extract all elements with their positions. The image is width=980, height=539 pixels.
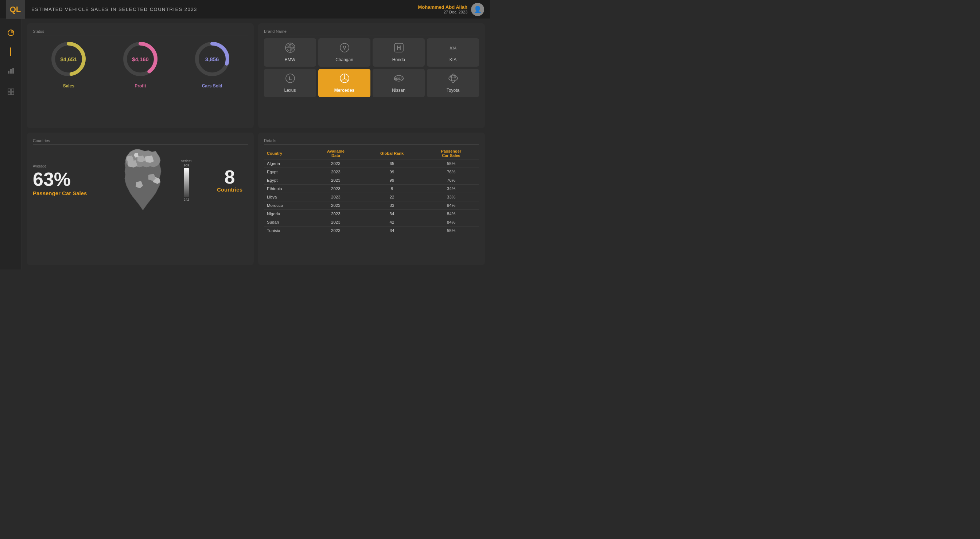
table-row: Algeria 2023 65 55% bbox=[264, 159, 479, 168]
legend-series: Series1 bbox=[181, 159, 192, 163]
brand-mercedes-name: Mercedes bbox=[334, 88, 355, 93]
brand-nissan-name: Nissan bbox=[392, 88, 406, 93]
cell-available-data: 2023 bbox=[311, 226, 361, 235]
passenger-value: 63% bbox=[33, 170, 87, 189]
cell-available-data: 2023 bbox=[311, 201, 361, 209]
table-row: Tunisia 2023 34 55% bbox=[264, 226, 479, 235]
sidebar-item-pie[interactable] bbox=[5, 26, 18, 39]
countries-count-label: Countries bbox=[217, 187, 242, 193]
profit-value: $4,160 bbox=[132, 56, 149, 62]
cell-available-data: 2023 bbox=[311, 209, 361, 218]
col-passenger-car-sales: PassengerCar Sales bbox=[423, 147, 479, 160]
brand-lexus[interactable]: L Lexus bbox=[264, 69, 316, 97]
cell-global-rank: 22 bbox=[361, 193, 423, 201]
details-label: Details bbox=[264, 138, 479, 144]
table-row: Libya 2023 22 33% bbox=[264, 193, 479, 201]
changan-icon: V bbox=[339, 43, 350, 55]
logo-box: QL bbox=[6, 0, 25, 19]
svg-rect-4 bbox=[8, 89, 11, 91]
user-date: 27 Dec. 2023 bbox=[418, 10, 468, 14]
user-name: Mohammed Abd Allah bbox=[418, 4, 468, 10]
cell-country: Egypt bbox=[264, 176, 311, 184]
cell-global-rank: 34 bbox=[361, 226, 423, 235]
brand-honda-name: Honda bbox=[392, 57, 405, 62]
legend-max: 909 bbox=[184, 163, 189, 167]
cell-global-rank: 42 bbox=[361, 218, 423, 226]
passenger-stat: Average 63% Passenger Car Sales bbox=[33, 164, 87, 196]
svg-line-28 bbox=[341, 78, 345, 81]
brand-kia[interactable]: KIA KIA bbox=[427, 38, 479, 67]
cell-country: Sudan bbox=[264, 218, 311, 226]
svg-rect-1 bbox=[8, 71, 10, 74]
cell-passenger-car-sales: 84% bbox=[423, 218, 479, 226]
brand-honda[interactable]: H Honda bbox=[372, 38, 425, 67]
table-row: Egypt 2023 99 76% bbox=[264, 176, 479, 184]
sidebar-item-bar[interactable] bbox=[5, 64, 18, 77]
svg-point-33 bbox=[450, 75, 456, 78]
cars-sold-metric: 3,856 Cars Sold bbox=[192, 39, 232, 89]
table-header: Country AvailableData Global Rank Passen… bbox=[264, 147, 479, 160]
status-panel: Status $4,651 Sales bbox=[27, 23, 254, 128]
profit-name: Profit bbox=[135, 83, 146, 89]
cell-passenger-car-sales: 84% bbox=[423, 201, 479, 209]
brand-nissan[interactable]: NISSAN Nissan bbox=[372, 69, 425, 97]
cars-sold-name: Cars Sold bbox=[202, 83, 223, 89]
bmw-icon bbox=[285, 43, 295, 55]
brand-toyota[interactable]: Toyota bbox=[427, 69, 479, 97]
svg-text:V: V bbox=[343, 45, 346, 51]
cell-country: Libya bbox=[264, 193, 311, 201]
details-table: Country AvailableData Global Rank Passen… bbox=[264, 147, 479, 235]
status-label: Status bbox=[33, 29, 248, 35]
table-row: Nigeria 2023 34 84% bbox=[264, 209, 479, 218]
countries-count-value: 8 bbox=[224, 168, 235, 187]
cell-available-data: 2023 bbox=[311, 168, 361, 176]
sales-value: $4,651 bbox=[60, 56, 77, 62]
page-title: ESTIMATED VEHICLE SALES IN SELECTED COUN… bbox=[31, 6, 418, 12]
grid-icon bbox=[7, 88, 14, 95]
cell-country: Morocco bbox=[264, 201, 311, 209]
svg-rect-7 bbox=[11, 92, 14, 95]
brand-bmw[interactable]: BMW bbox=[264, 38, 316, 67]
cell-global-rank: 33 bbox=[361, 201, 423, 209]
cell-country: Egypt bbox=[264, 168, 311, 176]
svg-text:NISSAN: NISSAN bbox=[394, 77, 404, 81]
brand-changan[interactable]: V Changan bbox=[318, 38, 371, 67]
details-panel: Details Country AvailableData Global Ran… bbox=[258, 133, 485, 265]
svg-rect-3 bbox=[13, 68, 14, 74]
donut-row: $4,651 Sales $4,160 Profit bbox=[33, 39, 248, 89]
cell-available-data: 2023 bbox=[311, 184, 361, 193]
cell-available-data: 2023 bbox=[311, 193, 361, 201]
legend-bar bbox=[184, 168, 189, 197]
cars-sold-value: 3,856 bbox=[205, 56, 219, 62]
cell-passenger-car-sales: 76% bbox=[423, 176, 479, 184]
legend-min: 242 bbox=[184, 198, 189, 201]
countries-content: Average 63% Passenger Car Sales bbox=[33, 147, 248, 213]
cell-global-rank: 99 bbox=[361, 176, 423, 184]
cell-passenger-car-sales: 55% bbox=[423, 159, 479, 168]
user-info: Mohammed Abd Allah 27 Dec. 2023 bbox=[418, 4, 468, 14]
bar-chart-icon bbox=[7, 67, 14, 74]
honda-icon: H bbox=[394, 43, 404, 55]
brand-label: Brand Name bbox=[264, 29, 479, 35]
table-row: Morocco 2023 33 84% bbox=[264, 201, 479, 209]
col-available-data: AvailableData bbox=[311, 147, 361, 160]
cell-passenger-car-sales: 34% bbox=[423, 184, 479, 193]
cell-passenger-car-sales: 55% bbox=[423, 226, 479, 235]
sidebar-divider bbox=[10, 48, 11, 56]
mercedes-icon bbox=[339, 73, 350, 86]
cell-available-data: 2023 bbox=[311, 218, 361, 226]
nissan-icon: NISSAN bbox=[394, 73, 404, 86]
brand-mercedes[interactable]: Mercedes bbox=[318, 69, 371, 97]
cars-sold-donut: 3,856 bbox=[192, 39, 232, 79]
svg-text:L: L bbox=[288, 75, 292, 81]
sales-name: Sales bbox=[63, 83, 75, 89]
svg-text:KIA: KIA bbox=[450, 46, 457, 50]
table-row: Ethiopia 2023 8 34% bbox=[264, 184, 479, 193]
cell-available-data: 2023 bbox=[311, 159, 361, 168]
brand-lexus-name: Lexus bbox=[284, 88, 296, 93]
brand-toyota-name: Toyota bbox=[447, 88, 460, 93]
sidebar bbox=[0, 19, 22, 270]
avg-label: Average bbox=[33, 164, 87, 168]
sidebar-item-grid[interactable] bbox=[5, 85, 18, 98]
countries-panel: Countries Average 63% Passenger Car Sale… bbox=[27, 133, 254, 265]
